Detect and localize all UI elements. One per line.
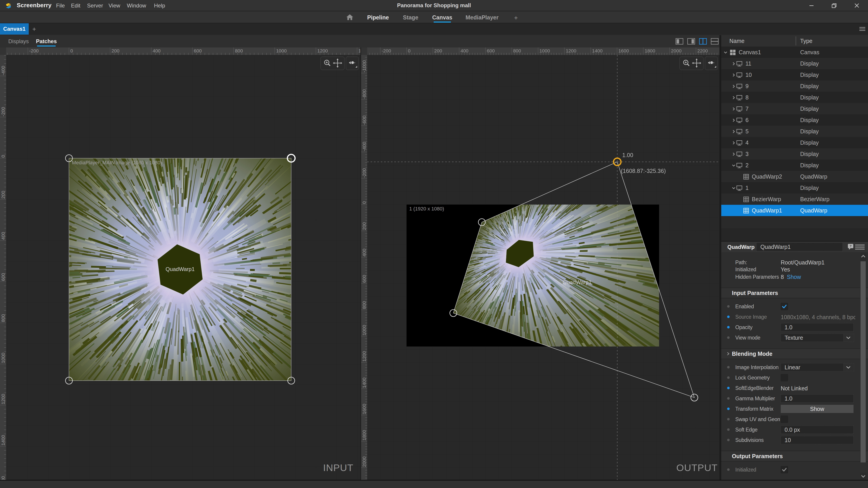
param-link-dot[interactable] (727, 418, 730, 420)
param-checkbox[interactable] (781, 374, 788, 381)
zoom-pan-tools[interactable] (320, 57, 345, 70)
properties-scrollbar[interactable] (860, 253, 866, 480)
param-link-dot[interactable] (727, 376, 730, 379)
help-comment-icon[interactable]: ? (848, 243, 854, 250)
node-name-field[interactable]: QuadWarp1 (756, 242, 843, 251)
tree-expander-down-icon[interactable] (732, 163, 736, 167)
tree-row-canvas1[interactable]: Canvas1Canvas (721, 46, 868, 58)
tree-expander-down-icon[interactable] (723, 51, 727, 55)
tree-row-11[interactable]: 11Display (721, 58, 868, 69)
pane-divider[interactable] (719, 35, 721, 480)
param-link-dot[interactable] (727, 336, 730, 339)
warp-icon (743, 208, 749, 214)
param-input[interactable]: 1.0 (781, 394, 854, 402)
nav-canvas[interactable]: Canvas (432, 14, 453, 21)
output-canvas[interactable]: 1 (1920 x 1080)QuadWarp11.00(1608.87:-32… (367, 55, 719, 480)
layout-split-horizontal-button[interactable] (711, 38, 718, 44)
param-link-dot[interactable] (727, 408, 730, 410)
param-select[interactable]: Linear (781, 363, 854, 371)
zoom-pan-tools[interactable] (679, 57, 704, 70)
tree-row-bezierwarp[interactable]: BezierWarpBezierWarp (721, 193, 868, 205)
display-output-rect[interactable] (406, 204, 659, 347)
properties-menu-icon[interactable] (855, 245, 865, 250)
param-link-dot[interactable] (727, 428, 730, 431)
tree-expander-right-icon[interactable] (732, 141, 736, 145)
tree-row-9[interactable]: 9Display (721, 80, 868, 92)
section-output-parameters[interactable]: Output Parameters (721, 451, 868, 461)
tree-row-2[interactable]: 2Display (721, 160, 868, 171)
tree-column-type[interactable]: Type (800, 38, 812, 44)
starburst-texture-warped (453, 204, 659, 347)
tree-column-name[interactable]: Name (730, 38, 745, 44)
tree-row-4[interactable]: 4Display (721, 137, 868, 148)
tree-row-8[interactable]: 8Display (721, 92, 868, 103)
tab-canvas1[interactable]: Canvas1 (0, 23, 29, 35)
restore-button[interactable] (824, 0, 844, 11)
home-icon[interactable] (346, 14, 353, 21)
tree-row-quadwarp2[interactable]: QuadWarp2QuadWarp (721, 171, 868, 182)
section-input-parameters[interactable]: Input Parameters (721, 288, 868, 298)
scroll-up-icon[interactable] (861, 255, 866, 258)
layout-split-vertical-button[interactable] (699, 38, 707, 44)
param-button[interactable]: Show (781, 405, 854, 413)
ruler-label: 800 (513, 48, 521, 54)
canvastab-displays[interactable]: Displays (8, 38, 29, 44)
scrollbar-thumb[interactable] (861, 261, 866, 462)
param-link-dot[interactable] (727, 397, 730, 400)
quad-corner-handle-selected[interactable] (614, 158, 621, 166)
minimize-button[interactable] (801, 0, 822, 11)
layout-left-panel-button[interactable] (676, 38, 683, 44)
tree-row-10[interactable]: 10Display (721, 69, 868, 80)
tree-row-7[interactable]: 7Display (721, 103, 868, 115)
tree-expander-right-icon[interactable] (732, 118, 736, 122)
param-input[interactable]: 1.0 (781, 323, 854, 331)
panel-menu-icon[interactable] (860, 27, 865, 31)
tree-expander-right-icon[interactable] (732, 152, 736, 156)
tree-expander-right-icon[interactable] (732, 84, 736, 88)
tree-expander-right-icon[interactable] (732, 96, 736, 100)
param-link-dot[interactable] (727, 468, 730, 471)
quad-corner-handle[interactable] (691, 394, 698, 401)
section-expander-icon[interactable] (726, 352, 730, 356)
tree-row-5[interactable]: 5Display (721, 126, 868, 137)
tree-expander-right-icon[interactable] (732, 62, 736, 66)
tree-expander-down-icon[interactable] (732, 186, 736, 190)
layout-right-panel-button[interactable] (687, 38, 695, 44)
param-value: 1080x1080, 4 channels, 8 bpc. ... (781, 314, 855, 321)
param-link-dot[interactable] (727, 439, 730, 441)
param-checkbox[interactable] (781, 466, 788, 473)
tree-row-quadwarp1[interactable]: QuadWarp1QuadWarp (721, 205, 868, 216)
param-select[interactable]: Texture (781, 334, 854, 342)
tree-row-1[interactable]: 1Display (721, 182, 868, 193)
section-blending-mode[interactable]: Blending Mode (721, 348, 868, 359)
nav-stage[interactable]: Stage (403, 14, 418, 21)
select-chevron-button[interactable] (843, 334, 854, 341)
tree-expander-right-icon[interactable] (732, 107, 736, 111)
tree-expander-right-icon[interactable] (732, 73, 736, 77)
param-input[interactable]: 0.0 px (781, 426, 854, 434)
tree-column-divider[interactable] (796, 36, 796, 45)
tree-row-3[interactable]: 3Display (721, 148, 868, 160)
show-hidden-link[interactable]: Show (787, 274, 801, 280)
tab-add-button[interactable]: + (32, 26, 36, 33)
nav-add-button[interactable]: + (514, 14, 518, 22)
tree-row-6[interactable]: 6Display (721, 115, 868, 126)
param-link-dot[interactable] (727, 305, 730, 307)
param-link-dot[interactable] (727, 316, 730, 318)
scroll-down-icon[interactable] (861, 475, 866, 478)
param-checkbox[interactable] (781, 416, 788, 423)
visibility-tool[interactable] (705, 57, 718, 70)
close-button[interactable] (846, 0, 867, 11)
select-chevron-button[interactable] (843, 363, 854, 371)
tree-expander-right-icon[interactable] (732, 130, 736, 134)
param-link-dot[interactable] (727, 366, 730, 368)
param-link-dot[interactable] (727, 387, 730, 389)
nav-pipeline[interactable]: Pipeline (367, 14, 389, 21)
nav-mediaplayer[interactable]: MediaPlayer (466, 14, 499, 21)
input-canvas[interactable]: MediaPlayer_MAIN.Image (1080 x 1080)Quad… (6, 55, 361, 480)
param-input[interactable]: 10 (781, 436, 854, 444)
canvastab-patches[interactable]: Patches (36, 38, 57, 44)
visibility-tool[interactable] (346, 57, 359, 70)
param-checkbox[interactable] (781, 303, 788, 310)
param-link-dot[interactable] (727, 326, 730, 328)
